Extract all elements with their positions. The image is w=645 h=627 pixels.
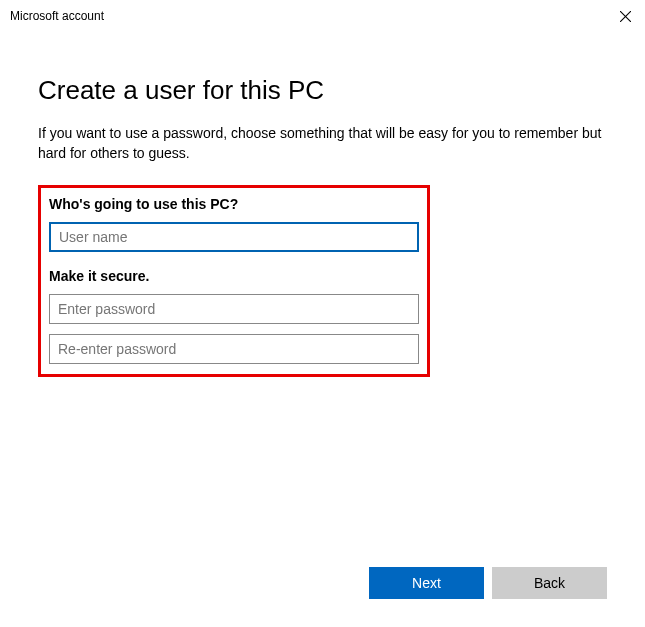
content-area: Create a user for this PC If you want to… <box>0 30 645 377</box>
page-title: Create a user for this PC <box>38 75 607 106</box>
page-description: If you want to use a password, choose so… <box>38 124 607 163</box>
username-input[interactable] <box>49 222 419 252</box>
password-confirm-input[interactable] <box>49 334 419 364</box>
close-icon <box>620 11 631 22</box>
next-button[interactable]: Next <box>369 567 484 599</box>
close-button[interactable] <box>615 6 635 26</box>
titlebar: Microsoft account <box>0 0 645 30</box>
password-input[interactable] <box>49 294 419 324</box>
window-title: Microsoft account <box>10 9 104 23</box>
username-section-label: Who's going to use this PC? <box>49 196 419 212</box>
form-highlight-box: Who's going to use this PC? Make it secu… <box>38 185 430 377</box>
password-section-label: Make it secure. <box>49 268 419 284</box>
back-button[interactable]: Back <box>492 567 607 599</box>
footer-buttons: Next Back <box>369 567 607 599</box>
